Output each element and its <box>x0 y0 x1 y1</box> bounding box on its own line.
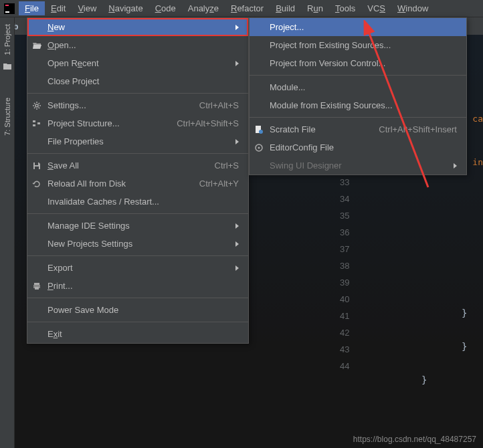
intellij-logo-icon <box>4 3 15 14</box>
scratch-file-icon <box>254 124 264 135</box>
menu-separator <box>27 255 248 256</box>
menu-item-file-properties[interactable]: File Properties <box>27 132 248 150</box>
code-fragment: ca <box>472 114 483 124</box>
svg-rect-2 <box>5 11 9 13</box>
menu-item-editorconfig[interactable]: EditorConfig File <box>250 138 466 156</box>
svg-rect-11 <box>35 287 39 290</box>
svg-rect-4 <box>33 120 35 122</box>
svg-rect-7 <box>35 162 38 165</box>
menu-separator <box>250 75 466 76</box>
menu-item-new-projects-settings[interactable]: New Projects Settings <box>27 235 248 253</box>
menu-item-project[interactable]: Project... <box>250 18 466 36</box>
reload-icon <box>31 179 42 189</box>
menu-item-open[interactable]: Open... <box>27 36 248 54</box>
save-icon <box>31 160 42 171</box>
folder-icon <box>3 62 12 71</box>
menu-item-open-recent[interactable]: Open Recent <box>27 54 248 72</box>
editorconfig-icon <box>254 142 264 153</box>
menu-item-invalidate[interactable]: Invalidate Caches / Restart... <box>27 193 248 211</box>
menu-item-reload[interactable]: Reload All from DiskCtrl+Alt+Y <box>27 175 248 193</box>
svg-rect-9 <box>34 283 39 285</box>
menu-item-module-existing[interactable]: Module from Existing Sources... <box>250 96 466 114</box>
settings-icon <box>31 100 42 111</box>
menu-item-power-save[interactable]: Power Save Mode <box>27 301 248 319</box>
menu-build[interactable]: Build <box>270 1 301 15</box>
menu-window[interactable]: Window <box>391 1 434 15</box>
code-brace: } <box>462 308 467 318</box>
menu-item-project-structure[interactable]: Project Structure...Ctrl+Alt+Shift+S <box>27 114 248 132</box>
tool-window-strip: 1: Project 7: Structure <box>0 17 15 448</box>
menu-refactor[interactable]: Refactor <box>225 1 270 15</box>
menu-item-save-all[interactable]: Save AllCtrl+S <box>27 156 248 175</box>
menu-separator <box>27 213 248 214</box>
toolwindow-structure[interactable]: 7: Structure <box>3 98 11 136</box>
code-brace: } <box>462 341 467 352</box>
menu-separator <box>27 93 248 94</box>
svg-rect-6 <box>37 122 40 124</box>
menu-analyze[interactable]: Analyze <box>182 1 225 15</box>
menu-separator <box>250 117 466 118</box>
menu-item-manage-ide[interactable]: Manage IDE Settings <box>27 217 248 235</box>
code-fragment: in <box>472 157 483 167</box>
editor-gutter: 333435363738394041424344 <box>340 174 349 374</box>
menu-item-project-existing[interactable]: Project from Existing Sources... <box>250 36 466 54</box>
menu-item-module[interactable]: Module... <box>250 78 466 96</box>
toolwindow-project[interactable]: 1: Project <box>3 24 11 55</box>
new-submenu-dropdown: Project... Project from Existing Sources… <box>249 17 467 175</box>
menu-separator <box>27 322 248 322</box>
code-brace: } <box>421 374 427 385</box>
menu-code[interactable]: Code <box>149 1 182 15</box>
menubar: File Edit View Navigate Code Analyze Ref… <box>0 0 483 17</box>
menu-item-new[interactable]: New <box>27 18 248 36</box>
svg-point-15 <box>258 146 260 148</box>
menu-navigate[interactable]: Navigate <box>102 1 149 15</box>
watermark-text: https://blog.csdn.net/qq_48487257 <box>353 435 476 444</box>
menu-vcs[interactable]: VCS <box>361 1 391 15</box>
project-structure-icon <box>31 118 42 129</box>
menu-item-settings[interactable]: Settings...Ctrl+Alt+S <box>27 96 248 114</box>
menu-edit[interactable]: Edit <box>45 1 72 15</box>
menu-item-scratch[interactable]: Scratch FileCtrl+Alt+Shift+Insert <box>250 120 466 138</box>
open-folder-icon <box>31 40 42 51</box>
menu-item-project-vcs[interactable]: Project from Version Control... <box>250 54 466 72</box>
menu-view[interactable]: View <box>72 1 102 15</box>
svg-point-13 <box>259 130 263 134</box>
svg-rect-8 <box>35 166 39 169</box>
svg-rect-1 <box>5 5 9 6</box>
menu-item-export[interactable]: Export <box>27 259 248 277</box>
menu-tools[interactable]: Tools <box>329 1 361 15</box>
file-menu-dropdown: New Open... Open Recent Close Project Se… <box>27 17 249 344</box>
menu-run[interactable]: Run <box>301 1 329 15</box>
menu-separator <box>27 153 248 154</box>
svg-rect-5 <box>33 124 35 126</box>
menu-item-swing[interactable]: Swing UI Designer <box>250 156 466 175</box>
menu-file[interactable]: File <box>19 1 45 15</box>
print-icon <box>31 281 42 292</box>
menu-separator <box>27 298 248 298</box>
menu-item-close-project[interactable]: Close Project <box>27 72 248 90</box>
menu-item-print[interactable]: Print... <box>27 277 248 295</box>
svg-point-3 <box>35 104 38 107</box>
menu-item-exit[interactable]: Exit <box>27 325 248 343</box>
